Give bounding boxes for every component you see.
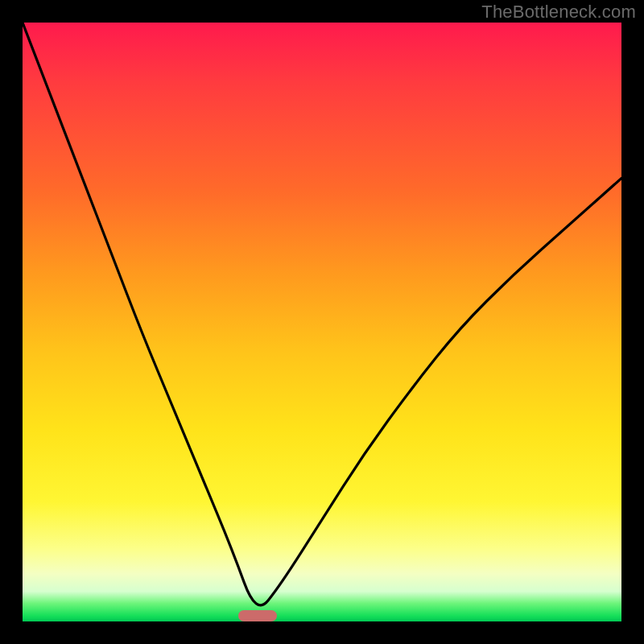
minimum-marker — [238, 610, 277, 621]
bottleneck-curve — [23, 23, 621, 621]
watermark-text: TheBottleneck.com — [481, 2, 636, 23]
curve-path — [23, 23, 621, 605]
chart-frame: TheBottleneck.com — [0, 0, 644, 644]
plot-area — [23, 23, 621, 621]
